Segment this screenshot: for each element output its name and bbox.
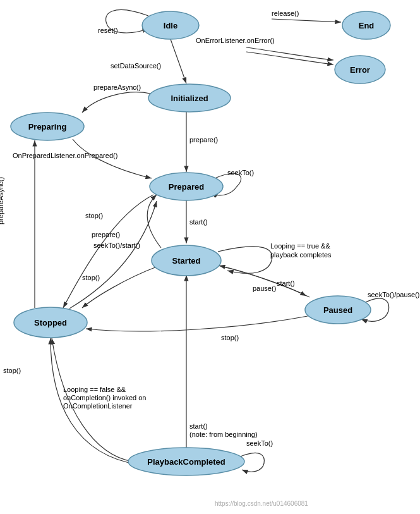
label-seekto-playback: seekTo() xyxy=(246,439,273,447)
label-prepare-started: prepare() xyxy=(92,231,120,238)
label-start-playbackcompleted-2: (note: from beginning) xyxy=(189,431,258,438)
label-onerror: OnErrorListener.onError() xyxy=(196,37,275,44)
label-release: release() xyxy=(272,9,299,17)
state-paused-label: Paused xyxy=(323,305,352,315)
label-seekto-prepared: seekTo() xyxy=(227,169,254,176)
state-end-label: End xyxy=(359,21,375,30)
label-seekto-start: seekTo()/start() xyxy=(93,242,140,249)
arrow-setdatasource xyxy=(171,39,186,83)
label-prepareasync-init: prepareAsync() xyxy=(93,83,141,91)
label-looping-false-1: Looping == false && xyxy=(63,386,126,393)
state-idle-label: Idle xyxy=(164,21,177,30)
label-looping-false-2: onCompletion() invoked on xyxy=(63,394,146,401)
label-looping-false-3: OnCompletionListener xyxy=(63,402,133,410)
watermark: https://blog.csdn.net/u014606081 xyxy=(215,500,308,507)
label-pause: pause() xyxy=(253,285,276,292)
label-stop-prepared: stop() xyxy=(85,212,103,219)
state-error-label: Error xyxy=(350,65,370,75)
arrow-stop-prepared xyxy=(63,195,153,308)
state-started-label: Started xyxy=(172,256,201,266)
label-stop-paused: stop() xyxy=(221,334,239,341)
arrow-stop-started xyxy=(82,267,157,308)
label-start-paused: start() xyxy=(277,279,295,287)
label-onprepared: OnPreparedListener.onPrepared() xyxy=(13,152,117,159)
state-prepared-label: Prepared xyxy=(169,182,204,192)
arrow-stop-paused xyxy=(86,316,308,331)
state-playbackcompleted-label: PlaybackCompleted xyxy=(147,457,225,467)
state-initialized-label: Initialized xyxy=(171,94,208,103)
state-stopped-label: Stopped xyxy=(34,318,67,327)
label-start-prepared: start() xyxy=(189,218,208,226)
label-stop-left: stop() xyxy=(3,367,21,374)
label-stop-started: stop() xyxy=(82,274,100,281)
state-preparing-label: Preparing xyxy=(28,122,67,132)
arrow-looping-false xyxy=(51,338,139,465)
label-seekto-pause: seekTo()/pause() xyxy=(368,291,420,298)
label-start-playbackcompleted-1: start() xyxy=(189,422,208,430)
label-prepareasync-stopped: prepareAsync() xyxy=(0,177,4,224)
arrow-release xyxy=(272,19,341,22)
label-looping-true-2: playback completes xyxy=(270,251,332,259)
label-looping-true-1: Looping == true && xyxy=(270,242,330,250)
label-reset: reset() xyxy=(98,27,118,34)
label-prepare-init: prepare() xyxy=(189,136,218,144)
arrow-looping-true xyxy=(218,247,272,274)
label-setdatasource: setDataSource() xyxy=(111,62,161,70)
arrow-prepare-stopped xyxy=(69,201,157,309)
arrow-start-paused xyxy=(219,266,309,297)
arrow-prepareasync-init xyxy=(82,92,150,113)
